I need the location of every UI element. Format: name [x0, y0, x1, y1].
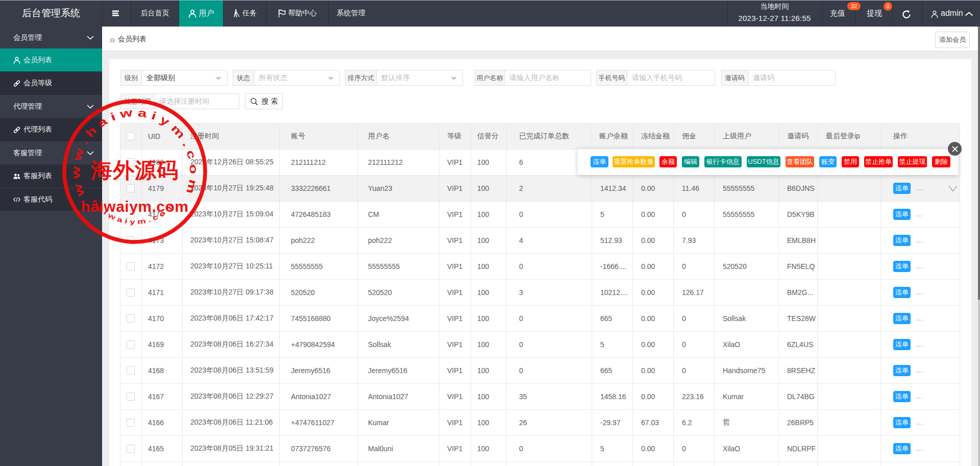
svg-text:海外源码: 海外源码 — [90, 159, 179, 182]
